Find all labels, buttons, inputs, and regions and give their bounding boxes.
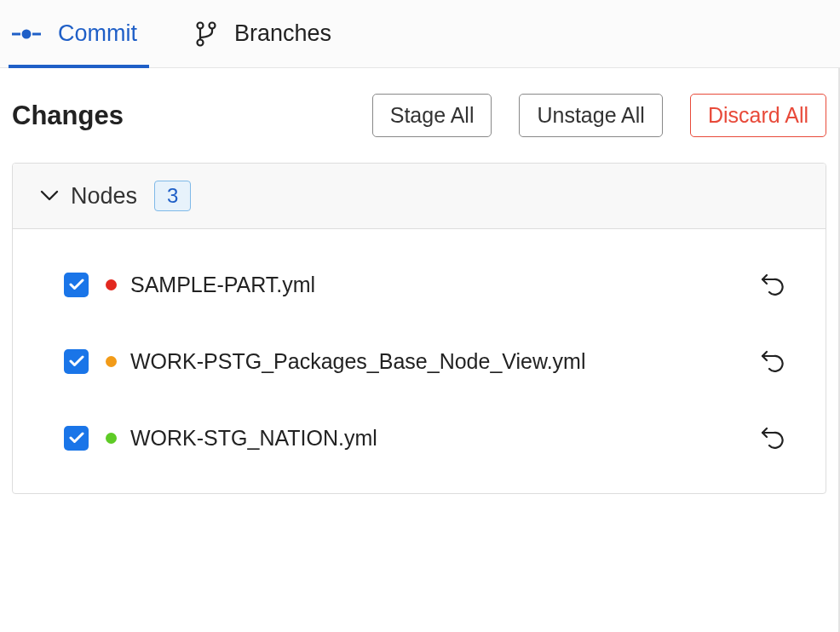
content-area: Changes Stage All Unstage All Discard Al… <box>0 68 840 632</box>
tab-commit-label: Commit <box>58 20 137 47</box>
tab-branches[interactable]: Branches <box>192 0 335 68</box>
file-checkbox[interactable] <box>64 273 89 297</box>
page-title: Changes <box>12 101 124 131</box>
revert-icon[interactable] <box>759 347 785 376</box>
status-dot-icon <box>106 356 117 367</box>
branch-icon <box>195 21 217 47</box>
unstage-all-button[interactable]: Unstage All <box>519 94 662 137</box>
file-name: WORK-PSTG_Packages_Base_Node_View.yml <box>130 349 745 374</box>
actions-group: Stage All Unstage All Discard All <box>372 94 826 137</box>
file-name: SAMPLE-PART.yml <box>130 273 745 297</box>
file-name: WORK-STG_NATION.yml <box>130 426 745 451</box>
stage-all-button[interactable]: Stage All <box>372 94 492 137</box>
status-dot-icon <box>106 279 117 290</box>
tab-branches-label: Branches <box>234 20 331 47</box>
svg-point-5 <box>198 39 204 45</box>
revert-icon[interactable] <box>759 423 785 452</box>
file-row[interactable]: WORK-PSTG_Packages_Base_Node_View.yml <box>13 323 826 399</box>
file-row[interactable]: SAMPLE-PART.yml <box>13 246 826 323</box>
changes-panel: Nodes 3 SAMPLE-PART.ymlWORK-PSTG_Package… <box>12 163 826 494</box>
section-label: Nodes <box>71 183 137 210</box>
revert-icon[interactable] <box>759 270 785 299</box>
section-header-nodes[interactable]: Nodes 3 <box>13 164 826 229</box>
file-row[interactable]: WORK-STG_NATION.yml <box>13 399 826 476</box>
svg-point-1 <box>22 29 32 38</box>
svg-point-3 <box>198 22 204 28</box>
header-row: Changes Stage All Unstage All Discard Al… <box>12 94 826 163</box>
commit-icon <box>12 28 41 40</box>
tab-commit[interactable]: Commit <box>9 0 141 68</box>
section-count-badge: 3 <box>154 181 191 211</box>
chevron-down-icon <box>40 190 59 202</box>
file-checkbox[interactable] <box>64 426 89 451</box>
discard-all-button[interactable]: Discard All <box>690 94 826 137</box>
file-list: SAMPLE-PART.ymlWORK-PSTG_Packages_Base_N… <box>13 229 826 493</box>
tabs-bar: Commit Branches <box>0 0 840 68</box>
svg-point-4 <box>210 22 216 28</box>
file-checkbox[interactable] <box>64 349 89 374</box>
status-dot-icon <box>106 433 117 444</box>
